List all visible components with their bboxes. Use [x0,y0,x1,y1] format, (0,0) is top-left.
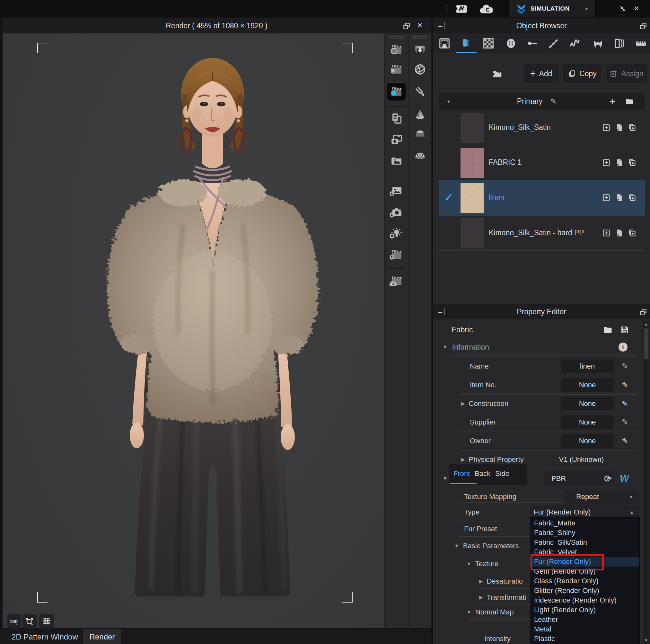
type-option[interactable]: Plastic [530,634,639,644]
tab-print-icon[interactable] [480,36,497,51]
tab-render[interactable]: Render [83,629,121,644]
refresh-material-icon[interactable]: ⟳ [604,473,612,484]
tab-topstitch-icon[interactable] [545,36,562,51]
fabric-detail-icon[interactable] [615,193,624,202]
fabric-list-item-selected[interactable]: ✓ linen [439,180,645,216]
camera-settings-icon[interactable] [388,204,405,220]
add-to-item-icon[interactable] [602,123,611,132]
cloud-app-badge-icon[interactable] [477,2,497,18]
render-float-icon[interactable] [402,22,411,30]
collapse-panel-arrow-icon[interactable]: → [437,308,445,315]
zoom-100-button[interactable]: 100 ⌕ [7,614,21,629]
name-value-field[interactable]: linen [561,360,614,373]
window-close-button[interactable]: ✕ [630,4,643,13]
object-browser-titlebar[interactable]: → Object Browser [433,18,650,33]
type-option[interactable]: Iridescence (Render Only) [530,596,639,605]
object-browser-float-icon[interactable] [639,22,647,30]
add-button[interactable]: + Add [524,64,558,83]
type-option[interactable]: Glitter (Render Only) [530,586,639,596]
cloud-render-icon[interactable] [388,273,405,289]
zoom-fit-button[interactable] [23,614,37,629]
fabric-group-header[interactable]: ▼ Primary ✎ + [439,93,645,110]
group-rename-pencil-icon[interactable]: ✎ [550,97,556,106]
tab-bow-icon[interactable] [590,36,606,51]
image-settings-icon[interactable] [388,183,405,199]
fabric-list-item[interactable]: FABRIC 1 [439,145,645,180]
tab-garment-icon[interactable] [611,36,627,51]
type-option[interactable]: Metal [530,624,639,634]
render-close-icon[interactable]: ✕ [417,21,423,30]
copy-button[interactable]: Copy [563,64,601,83]
collapse-panel-arrow-icon[interactable]: → [437,22,445,29]
render-settings-icon[interactable] [388,247,405,262]
tab-pin-icon[interactable] [525,36,541,51]
window-restore-button[interactable] [617,4,629,13]
desaturation-row[interactable]: ▶ Desaturatio [433,575,529,588]
environment-sphere-icon[interactable] [411,62,429,77]
scrollbar-thumb[interactable] [644,329,648,359]
tab-measure-icon[interactable] [633,36,649,51]
edit-pencil-icon[interactable]: ✎ [622,380,628,389]
duplicate-item-icon[interactable] [627,158,637,167]
cone-light-icon[interactable] [411,107,429,122]
tab-shirring-icon[interactable] [567,36,583,51]
expand-caret-icon[interactable]: ▶ [461,401,465,407]
import-pose-icon[interactable] [411,42,429,57]
snapshot-window-icon[interactable] [388,132,405,147]
light-settings-icon[interactable] [388,226,405,241]
basic-parameters-header[interactable]: ▼ Basic Parameters [433,540,529,552]
window-minimize-button[interactable]: — [602,4,615,13]
render-window-titlebar[interactable]: Render ( 45% of 1080 × 1920 ) ✕ [3,18,431,33]
supplier-value-field[interactable]: None [561,415,614,429]
info-icon[interactable]: i [618,343,627,351]
tab-scene-icon[interactable] [436,36,453,51]
render-video-icon[interactable] [388,62,405,77]
type-option[interactable]: Fabric_Silk/Satin [530,538,639,547]
spot-light-icon[interactable] [411,127,429,143]
section-collapse-caret-icon[interactable]: ▼ [442,344,448,350]
construction-value-field[interactable]: None [561,397,614,410]
dome-light-icon[interactable] [411,148,429,163]
tab-back[interactable]: Back [475,470,491,478]
fabric-detail-icon[interactable] [615,229,624,237]
type-option[interactable]: Fabric_Shiny [530,528,639,538]
information-section-header[interactable]: ▼ Information i [433,339,642,355]
edit-pencil-icon[interactable]: ✎ [622,399,628,408]
property-editor-titlebar[interactable]: → Property Editor [433,304,650,319]
tab-2d-pattern-window[interactable]: 2D Pattern Window [11,633,78,641]
type-option[interactable]: Fabric_Matte [530,518,639,528]
fabric-detail-icon[interactable] [615,158,624,167]
toolbar-grip[interactable] [412,36,427,37]
group-add-icon[interactable]: + [610,96,615,107]
type-option[interactable]: Leather [530,615,639,624]
render-queue-icon[interactable] [388,110,405,126]
transformation-row[interactable]: ▶ Transformati [433,591,529,604]
texture-subsection-header[interactable]: ▼ Texture [433,557,529,570]
duplicate-item-icon[interactable] [627,123,637,132]
duplicate-item-icon[interactable] [627,193,637,202]
sync-render-icon[interactable] [388,42,405,57]
grid-toggle-button[interactable] [39,614,54,629]
type-option[interactable]: Glass (Render Only) [530,576,639,586]
toolbar-grip[interactable] [389,36,404,37]
fabric-list-item[interactable]: Kimono_Silk_Satin [439,110,645,145]
tab-front[interactable]: Front [454,470,470,478]
texture-mapping-dropdown[interactable]: Repeat ▼ [565,490,639,504]
edit-pencil-icon[interactable]: ✎ [622,436,628,445]
property-editor-scrollbar[interactable]: ▲ ▼ [643,321,649,644]
add-to-item-icon[interactable] [602,193,611,202]
tab-button-icon[interactable] [503,36,519,51]
itemno-value-field[interactable]: None [561,378,614,392]
group-folder-icon[interactable] [625,97,634,105]
duplicate-item-icon[interactable] [627,229,637,237]
add-folder-icon[interactable] [490,66,504,82]
fabric-detail-icon[interactable] [615,123,624,132]
edit-pencil-icon[interactable]: ✎ [622,418,628,427]
add-to-item-icon[interactable] [602,158,611,167]
light-rays-icon[interactable] [411,84,429,100]
material-wizard-icon[interactable]: W [620,473,629,484]
tab-fabric-icon[interactable] [458,36,475,51]
open-fabric-file-icon[interactable] [603,325,613,335]
normal-map-header[interactable]: ▼ Normal Map [433,606,529,619]
property-editor-float-icon[interactable] [639,308,647,316]
